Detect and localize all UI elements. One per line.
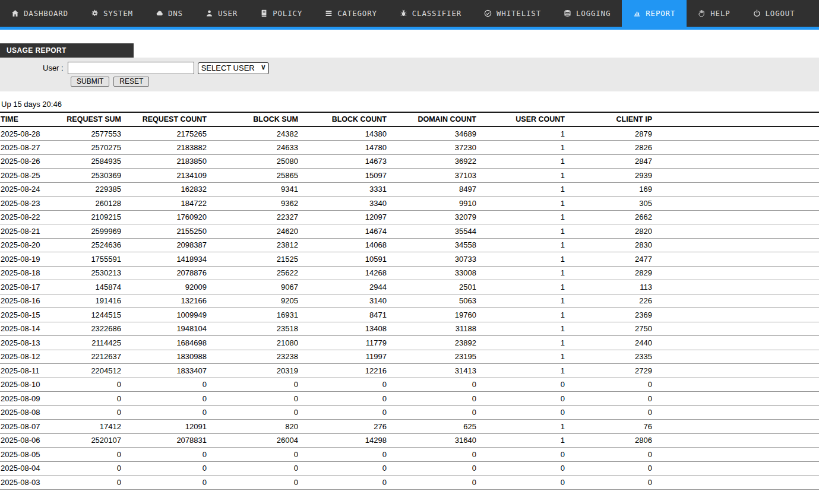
cell-value: 25080: [209, 154, 301, 169]
bug-icon: [400, 9, 407, 17]
column-header-client-ip: CLIENT IP: [567, 112, 654, 126]
cell-value: 1830988: [124, 350, 209, 364]
cell-time: 2025-08-18: [0, 266, 37, 280]
nav-item-dashboard[interactable]: DASHBOARD: [0, 0, 80, 30]
cell-value: 19760: [389, 308, 479, 322]
cell-value: 0: [389, 392, 479, 406]
cell-value: 10591: [301, 252, 389, 267]
nav-item-policy[interactable]: POLICY: [249, 0, 314, 30]
nav-item-report[interactable]: REPORT: [622, 0, 687, 30]
cell-value: 92009: [124, 280, 209, 294]
cell-filler: [654, 378, 819, 392]
table-row: 2025-08-050000000: [0, 448, 819, 462]
cell-value: 0: [37, 476, 124, 490]
cell-filler: [654, 322, 819, 336]
cell-value: 2524636: [37, 238, 124, 252]
column-header-user-count: USER COUNT: [479, 112, 567, 126]
cell-time: 2025-08-27: [0, 141, 37, 155]
cell-value: 14068: [301, 238, 389, 252]
nav-item-category[interactable]: CATEGORY: [314, 0, 388, 30]
cell-value: 22327: [209, 210, 301, 224]
cell-value: 1: [479, 322, 567, 336]
cell-value: 35544: [389, 224, 479, 239]
cell-value: 0: [209, 378, 301, 392]
cell-value: 13408: [301, 322, 389, 336]
cell-value: 2829: [567, 266, 654, 280]
cell-value: 11779: [301, 336, 389, 350]
submit-button[interactable]: SUBMIT: [71, 77, 109, 87]
select-user-dropdown[interactable]: SELECT USER: [198, 62, 269, 74]
user-input[interactable]: [68, 62, 194, 74]
cell-value: 0: [479, 448, 567, 462]
nav-item-whitelist[interactable]: WHITELIST: [473, 0, 552, 30]
nav-item-user[interactable]: USER: [194, 0, 249, 30]
nav-item-classifier[interactable]: CLASSIFIER: [388, 0, 473, 30]
cell-value: 31640: [389, 433, 479, 448]
cell-value: 0: [301, 405, 389, 420]
uptime-text: Up 15 days 20:46: [0, 100, 819, 110]
cell-value: 226: [567, 294, 654, 308]
user-label: User :: [43, 64, 64, 72]
cell-filler: [654, 433, 819, 448]
cell-value: 2944: [301, 280, 389, 294]
nav-item-logout[interactable]: LOGOUT: [742, 0, 807, 30]
cell-value: 12091: [124, 420, 209, 434]
table-row: 2025-08-17145874920099067294425011113: [0, 280, 819, 294]
cell-filler: [654, 126, 819, 141]
cell-value: 76: [567, 420, 654, 434]
table-row: 2025-08-06252010720788312600414298316401…: [0, 433, 819, 448]
cell-filler: [654, 154, 819, 169]
cell-value: 0: [209, 461, 301, 476]
book-icon: [260, 9, 268, 17]
cell-value: 2078876: [124, 266, 209, 280]
cell-value: 0: [479, 405, 567, 420]
cell-value: 1009949: [124, 308, 209, 322]
cell-value: 8471: [301, 308, 389, 322]
nav-item-logging[interactable]: LOGGING: [552, 0, 622, 30]
power-icon: [753, 9, 761, 17]
nav-item-label: SYSTEM: [103, 9, 133, 18]
cell-time: 2025-08-20: [0, 238, 37, 252]
nav-item-label: HELP: [710, 9, 730, 18]
cell-value: 3140: [301, 294, 389, 308]
cell-value: 37103: [389, 169, 479, 183]
cell-time: 2025-08-28: [0, 126, 37, 141]
cell-value: 1: [479, 169, 567, 183]
nav-item-system[interactable]: SYSTEM: [80, 0, 144, 30]
cell-value: 1: [479, 141, 567, 155]
cell-value: 1: [479, 210, 567, 224]
table-row: 2025-08-22210921517609202232712097320791…: [0, 210, 819, 224]
nav-item-help[interactable]: HELP: [687, 0, 741, 30]
check-circle-icon: [484, 9, 492, 17]
cell-value: 0: [37, 378, 124, 392]
cell-time: 2025-08-24: [0, 182, 37, 196]
reset-button[interactable]: RESET: [113, 77, 149, 87]
cell-value: 2599969: [37, 224, 124, 239]
cell-value: 0: [301, 476, 389, 490]
cell-value: 11997: [301, 350, 389, 364]
cell-value: 0: [209, 476, 301, 490]
cell-value: 0: [479, 392, 567, 406]
table-row: 2025-08-242293851628329341333184971169: [0, 182, 819, 196]
user-icon: [205, 9, 213, 17]
cell-value: 14380: [301, 126, 389, 141]
nav-item-dns[interactable]: DNS: [144, 0, 194, 30]
cell-value: 24620: [209, 224, 301, 239]
cell-value: 0: [209, 448, 301, 462]
cell-value: 14298: [301, 433, 389, 448]
cell-value: 34689: [389, 126, 479, 141]
table-row: 2025-08-080000000: [0, 405, 819, 420]
cell-time: 2025-08-03: [0, 476, 37, 490]
cell-value: 229385: [37, 182, 124, 196]
cell-value: 1: [479, 126, 567, 141]
bar-chart-icon: [633, 9, 641, 17]
cell-value: 0: [124, 461, 209, 476]
cell-value: 0: [37, 405, 124, 420]
cell-value: 2530369: [37, 169, 124, 183]
cell-value: 0: [301, 378, 389, 392]
table-row: 2025-08-26258493521838502508014673369221…: [0, 154, 819, 169]
cell-value: 0: [301, 392, 389, 406]
cell-value: 37230: [389, 141, 479, 155]
cell-filler: [654, 294, 819, 308]
cell-value: 2477: [567, 252, 654, 267]
